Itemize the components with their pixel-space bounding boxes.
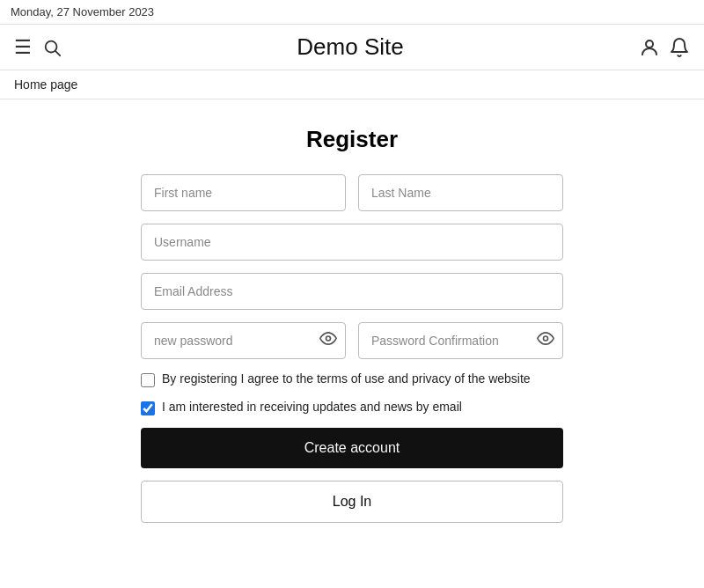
main-content: Register — [0, 99, 704, 549]
account-icon[interactable] — [639, 37, 660, 58]
updates-row: I am interested in receiving updates and… — [141, 400, 563, 415]
updates-checkbox[interactable] — [141, 401, 155, 415]
header-left: ☰ — [14, 36, 62, 59]
svg-line-1 — [55, 51, 60, 55]
terms-checkbox[interactable] — [141, 373, 155, 387]
svg-point-4 — [544, 336, 548, 341]
password-confirm-eye-icon[interactable] — [537, 330, 554, 352]
bell-icon[interactable] — [669, 37, 690, 58]
site-title: Demo Site — [297, 33, 403, 61]
password-input[interactable] — [141, 322, 346, 359]
login-button[interactable]: Log In — [141, 481, 563, 523]
email-input[interactable] — [141, 273, 563, 310]
password-eye-icon[interactable] — [319, 330, 337, 352]
header: ☰ Demo Site — [0, 25, 704, 70]
password-wrapper — [141, 322, 346, 359]
create-account-button[interactable]: Create account — [141, 428, 563, 468]
password-confirm-input[interactable] — [358, 322, 563, 359]
first-name-input[interactable] — [141, 174, 346, 211]
page-title: Register — [306, 126, 398, 153]
breadcrumb: Home page — [0, 70, 704, 99]
svg-point-2 — [646, 40, 653, 48]
password-confirm-wrapper — [358, 322, 563, 359]
password-row — [141, 322, 563, 359]
svg-point-3 — [326, 336, 331, 341]
updates-label: I am interested in receiving updates and… — [162, 400, 462, 414]
terms-label: By registering I agree to the terms of u… — [162, 371, 531, 386]
search-icon[interactable] — [42, 38, 62, 57]
username-input[interactable] — [141, 224, 563, 261]
header-right — [639, 37, 690, 58]
terms-row: By registering I agree to the terms of u… — [141, 371, 563, 387]
menu-icon[interactable]: ☰ — [14, 36, 32, 59]
last-name-input[interactable] — [358, 174, 563, 211]
name-row — [141, 174, 563, 211]
date-bar: Monday, 27 November 2023 — [0, 0, 704, 25]
register-form: By registering I agree to the terms of u… — [141, 174, 563, 523]
